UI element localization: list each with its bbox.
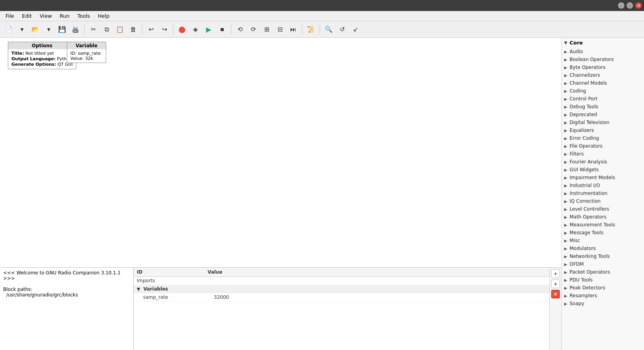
props-row-imports[interactable]: Imports [134, 277, 549, 285]
copy-button[interactable]: ⧉ [100, 23, 113, 36]
forward-button[interactable]: ⟳ [247, 23, 259, 36]
sidebar-item-fourier-analysis[interactable]: ▶Fourier Analysis [562, 158, 644, 166]
sidebar-item-debug-tools[interactable]: ▶Debug Tools [562, 103, 644, 111]
new-button[interactable]: 📄 [2, 23, 15, 36]
sidebar-item-packet-operators[interactable]: ▶Packet Operators [562, 268, 644, 276]
menu-item-view[interactable]: View [36, 12, 56, 20]
close-button[interactable]: ✕ [635, 2, 642, 9]
props-panel: ID Value Imports ▼ Variables samp_rate 3… [134, 268, 549, 350]
sidebar-item-deprecated[interactable]: ▶Deprecated [562, 111, 644, 119]
sidebar-item-error-coding[interactable]: ▶Error Coding [562, 134, 644, 142]
sidebar-item-level-controllers[interactable]: ▶Level Controllers [562, 205, 644, 213]
search-button[interactable]: 🔍 [322, 23, 335, 36]
delete-button[interactable]: 🗑 [127, 23, 140, 36]
new-dropdown-button[interactable]: ▾ [16, 23, 28, 36]
sidebar-item-coding[interactable]: ▶Coding [562, 87, 644, 95]
canvas-area: Options Title: Not titled yet Output Lan… [0, 38, 561, 350]
sidebar-item-digital-television[interactable]: ▶Digital Television [562, 119, 644, 126]
sidebar-item-core[interactable]: ▼ Core [562, 38, 644, 48]
menu-item-run[interactable]: Run [56, 12, 74, 20]
menu-item-file[interactable]: File [2, 12, 18, 20]
props-row-variables[interactable]: ▼ Variables [134, 285, 549, 293]
props-row-samp-rate[interactable]: samp_rate 32000 [134, 293, 549, 302]
undo-button[interactable]: ↩ [145, 23, 157, 36]
props-remove-button[interactable]: ✕ [551, 290, 560, 298]
sidebar-label: Impairment Models [570, 175, 615, 180]
options-lang-row: Output Language: Python [11, 56, 73, 61]
arrow-icon: ▶ [564, 302, 567, 306]
menu-item-help[interactable]: Help [94, 12, 114, 20]
rewind-button[interactable]: ⟲ [234, 23, 246, 36]
stop-button[interactable]: ⬤ [176, 23, 188, 36]
open-button[interactable]: 📂 [29, 23, 42, 36]
sidebar-item-control-port[interactable]: ▶Control Port [562, 95, 644, 103]
sidebar-item-instrumentation[interactable]: ▶Instrumentation [562, 189, 644, 197]
arrow-icon: ▶ [564, 207, 567, 211]
sidebar-label: Fourier Analysis [570, 159, 607, 165]
options-block[interactable]: Options Title: Not titled yet Output Lan… [8, 42, 76, 69]
flowgraph-button[interactable]: ◈ [189, 23, 202, 36]
variable-block[interactable]: Variable ID: samp_rate Value: 32k [67, 42, 106, 63]
sidebar-label: Measurement Tools [570, 222, 615, 228]
menu-item-edit[interactable]: Edit [18, 12, 36, 20]
log-line-1: <<< Welcome to GNU Radio Companion 3.10.… [3, 270, 130, 281]
sidebar-item-soapy[interactable]: ▶Soapy [562, 300, 644, 307]
run-button[interactable]: ▶ [202, 23, 215, 36]
arrow-icon: ▶ [564, 136, 567, 141]
save-button[interactable]: 💾 [56, 23, 68, 36]
sidebar-item-measurement-tools[interactable]: ▶Measurement Tools [562, 221, 644, 229]
log-button[interactable]: 📜 [305, 23, 317, 36]
paste-button[interactable]: 📋 [114, 23, 126, 36]
props-col-id: ID [137, 269, 208, 275]
variables-expand-icon[interactable]: ▼ [137, 287, 140, 292]
skip-button[interactable]: ⏭ [287, 23, 300, 36]
redo-button[interactable]: ↪ [158, 23, 171, 36]
sidebar-label: Boolean Operators [570, 57, 614, 62]
sidebar-label: Modulators [570, 246, 596, 251]
sidebar-item-math-operators[interactable]: ▶Math Operators [562, 213, 644, 221]
sidebar-item-boolean-operators[interactable]: ▶Boolean Operators [562, 56, 644, 63]
sidebar-item-equalizers[interactable]: ▶Equalizers [562, 126, 644, 134]
variable-value-row: Value: 32k [70, 56, 103, 61]
sidebar-item-byte-operators[interactable]: ▶Byte Operators [562, 63, 644, 71]
sidebar-item-ofdm[interactable]: ▶OFDM [562, 260, 644, 268]
imports-label: Imports [137, 278, 208, 283]
sidebar-label: IQ Correction [570, 198, 601, 204]
sidebar-item-resamplers[interactable]: ▶Resamplers [562, 292, 644, 300]
sidebar-item-impairment-models[interactable]: ▶Impairment Models [562, 174, 644, 181]
canvas[interactable]: Options Title: Not titled yet Output Lan… [0, 38, 561, 267]
sidebar-item-gui-widgets[interactable]: ▶GUI Widgets [562, 166, 644, 174]
options-block-title: Options [8, 42, 76, 49]
props-add2-button[interactable]: + [551, 280, 560, 288]
sidebar-item-iq-correction[interactable]: ▶IQ Correction [562, 197, 644, 205]
help-button[interactable]: ↙ [349, 23, 362, 36]
maximize-button[interactable]: □ [627, 2, 633, 9]
reload-button[interactable]: ↺ [336, 23, 348, 36]
sidebar-item-pdu-tools[interactable]: ▶PDU Tools [562, 276, 644, 284]
sidebar-item-message-tools[interactable]: ▶Message Tools [562, 229, 644, 237]
props-add-button[interactable]: + [551, 269, 560, 278]
sidebar-item-modulators[interactable]: ▶Modulators [562, 244, 644, 252]
open-dropdown-button[interactable]: ▾ [42, 23, 55, 36]
sidebar-item-audio[interactable]: ▶Audio [562, 48, 644, 56]
print-button[interactable]: 🖨️ [69, 23, 82, 36]
sidebar-item-channelizers[interactable]: ▶Channelizers [562, 71, 644, 79]
minimize-button[interactable]: ─ [618, 2, 624, 9]
sidebar-label: Digital Television [570, 120, 609, 125]
sidebar-item-networking-tools[interactable]: ▶Networking Tools [562, 252, 644, 260]
props-col-value: Value [208, 269, 546, 275]
arrow-icon: ▶ [564, 191, 567, 196]
disconnect-button[interactable]: ⊟ [274, 23, 286, 36]
kill-button[interactable]: ■ [216, 23, 228, 36]
sidebar-item-filters[interactable]: ▶Filters [562, 150, 644, 158]
sidebar-item-channel-models[interactable]: ▶Channel Models [562, 79, 644, 87]
sidebar-item-industrial-i-o[interactable]: ▶Industrial I/O [562, 181, 644, 189]
sidebar-item-peak-detectors[interactable]: ▶Peak Detectors [562, 284, 644, 292]
options-title-row: Title: Not titled yet [11, 51, 73, 56]
sidebar-item-file-operators[interactable]: ▶File Operators [562, 142, 644, 150]
menu-item-tools[interactable]: Tools [74, 12, 94, 20]
connect-button[interactable]: ⊞ [260, 23, 273, 36]
sidebar-label: Industrial I/O [570, 183, 600, 188]
sidebar-item-misc[interactable]: ▶Misc [562, 237, 644, 244]
cut-button[interactable]: ✂ [87, 23, 99, 36]
